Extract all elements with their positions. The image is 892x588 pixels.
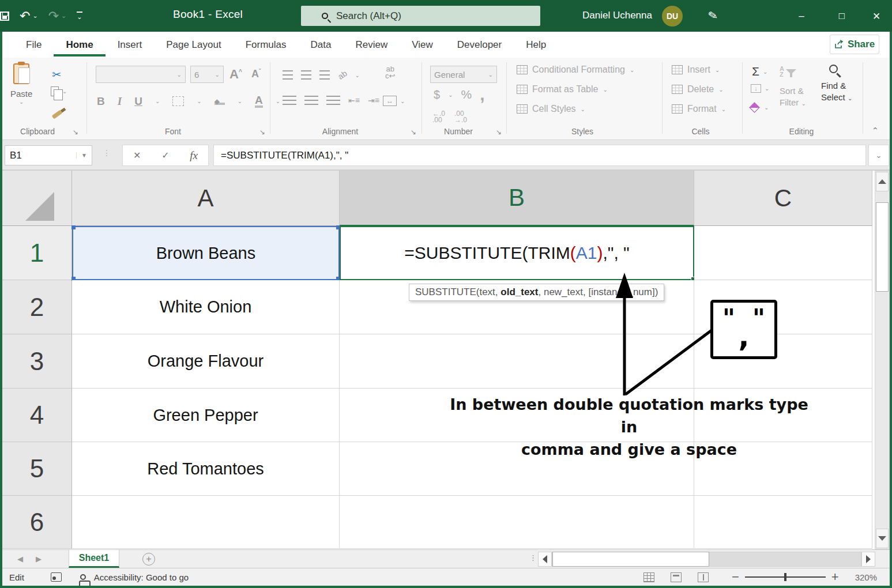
conditional-formatting-button[interactable]: Conditional Formatting ⌄ xyxy=(517,65,634,75)
previous-sheet-icon[interactable]: ◀ xyxy=(17,555,23,563)
format-cells-button[interactable]: Format ⌄ xyxy=(672,104,726,114)
cut-icon[interactable]: ✂ xyxy=(52,68,61,81)
cell-styles-button[interactable]: Cell Styles ⌄ xyxy=(517,104,585,114)
splitter-dots-icon[interactable]: ⋮ xyxy=(529,553,537,562)
align-top-icon[interactable] xyxy=(283,70,293,80)
font-dialog-launcher-icon[interactable]: ↘ xyxy=(259,128,265,136)
maximize-button[interactable]: □ xyxy=(829,10,855,22)
formula-input[interactable]: =SUBSTITUTE(TRIM(A1),", " xyxy=(213,145,866,166)
close-button[interactable]: ✕ xyxy=(864,10,889,22)
tab-developer[interactable]: Developer xyxy=(445,33,514,56)
comma-style-icon[interactable]: , xyxy=(480,92,484,97)
align-middle-icon[interactable] xyxy=(301,70,311,80)
redo-button[interactable]: ↷⌄ xyxy=(48,10,67,22)
search-box[interactable]: Search (Alt+Q) xyxy=(301,6,540,26)
underline-button[interactable]: U xyxy=(134,95,142,108)
italic-button[interactable]: I xyxy=(118,95,122,108)
row-header-2[interactable]: 2 xyxy=(2,280,72,334)
cell-b1-editing[interactable]: =SUBSTITUTE(TRIM(A1),", " xyxy=(340,226,694,280)
align-right-icon[interactable] xyxy=(326,96,340,105)
delete-cells-button[interactable]: Delete ⌄ xyxy=(672,84,724,95)
user-name[interactable]: Daniel Uchenna xyxy=(582,10,652,21)
row-header-3[interactable]: 3 xyxy=(2,334,72,389)
customize-quick-access-icon[interactable]: ⌄ xyxy=(77,12,82,21)
alignment-dialog-launcher-icon[interactable]: ↘ xyxy=(411,128,416,136)
vertical-scrollbar[interactable] xyxy=(875,171,890,549)
align-bottom-icon[interactable] xyxy=(319,70,330,80)
collapse-ribbon-icon[interactable]: ⌃ xyxy=(872,126,879,135)
clipboard-dialog-launcher-icon[interactable]: ↘ xyxy=(73,128,78,136)
tab-review[interactable]: Review xyxy=(343,33,400,56)
orientation-icon[interactable]: ab xyxy=(336,69,349,81)
cell-a6[interactable] xyxy=(72,496,340,549)
insert-function-icon[interactable]: fx xyxy=(190,149,198,162)
drag-dots-icon[interactable]: ⋮ xyxy=(103,148,111,157)
column-header-a[interactable]: A xyxy=(72,171,340,226)
scroll-down-button[interactable] xyxy=(876,529,889,548)
undo-button[interactable]: ↶⌄ xyxy=(20,10,38,22)
accessibility-status[interactable]: Accessibility: Good to go xyxy=(94,572,189,582)
grow-font-button[interactable]: A^ xyxy=(229,67,242,82)
vertical-scrollbar-thumb[interactable] xyxy=(876,202,889,292)
new-sheet-button[interactable]: + xyxy=(142,553,155,566)
tab-page-layout[interactable]: Page Layout xyxy=(154,33,233,56)
cell-c1[interactable] xyxy=(694,226,872,280)
zoom-slider-handle[interactable] xyxy=(784,573,786,581)
column-header-c[interactable]: C xyxy=(694,171,872,226)
bold-button[interactable]: B xyxy=(97,95,105,108)
cell-a2[interactable]: White Onion xyxy=(72,280,340,334)
cell-a5[interactable]: Red Tomantoes xyxy=(72,442,340,496)
column-header-b[interactable]: B xyxy=(340,171,694,226)
sort-filter-button[interactable]: AZ Sort &Filter ⌄ xyxy=(780,66,806,109)
decrease-decimal-icon[interactable]: .00→.0 xyxy=(454,111,467,123)
sheet-tab-sheet1[interactable]: Sheet1 xyxy=(69,550,119,568)
horizontal-scrollbar-thumb[interactable] xyxy=(552,552,709,567)
scroll-left-button[interactable] xyxy=(538,552,552,567)
normal-view-icon[interactable] xyxy=(643,572,654,582)
cell-b6[interactable] xyxy=(340,496,694,549)
cancel-icon[interactable]: ✕ xyxy=(133,150,141,161)
minimize-button[interactable]: – xyxy=(789,10,814,22)
cell-a3[interactable]: Orange Flavour xyxy=(72,334,340,389)
merge-center-button[interactable]: ↔ ⌄ xyxy=(383,96,405,106)
paste-button[interactable]: Paste ⌄ xyxy=(10,63,32,105)
row-header-4[interactable]: 4 xyxy=(2,389,72,442)
fill-button[interactable]: ↓ ⌄ xyxy=(751,84,769,93)
number-format-select[interactable]: General⌄ xyxy=(430,66,497,83)
align-center-icon[interactable] xyxy=(304,96,318,105)
zoom-level[interactable]: 320% xyxy=(855,572,877,582)
tab-file[interactable]: File xyxy=(14,33,54,56)
tab-data[interactable]: Data xyxy=(299,33,344,56)
align-left-icon[interactable] xyxy=(283,96,296,105)
currency-icon[interactable]: $ xyxy=(434,88,440,101)
tab-home[interactable]: Home xyxy=(54,33,105,56)
macro-record-icon[interactable] xyxy=(51,572,62,582)
mode-indicator[interactable]: Edit xyxy=(9,572,24,582)
format-as-table-button[interactable]: Format as Table ⌄ xyxy=(517,84,608,95)
cell-c6[interactable] xyxy=(694,496,872,549)
tab-view[interactable]: View xyxy=(400,33,445,56)
select-all-corner[interactable] xyxy=(2,171,72,226)
font-size-select[interactable]: 6⌄ xyxy=(190,66,224,83)
save-icon[interactable] xyxy=(0,12,9,21)
zoom-in-icon[interactable]: + xyxy=(831,570,839,585)
increase-indent-icon[interactable]: ⇥≡ xyxy=(368,96,379,105)
tab-help[interactable]: Help xyxy=(514,33,558,56)
zoom-slider[interactable] xyxy=(745,576,826,578)
row-header-5[interactable]: 5 xyxy=(2,442,72,496)
shrink-font-button[interactable]: Aˇ xyxy=(251,68,261,80)
enter-icon[interactable]: ✓ xyxy=(161,150,169,161)
insert-cells-button[interactable]: Insert ⌄ xyxy=(672,65,720,75)
tab-insert[interactable]: Insert xyxy=(106,33,155,56)
page-break-view-icon[interactable] xyxy=(698,572,709,582)
find-select-button[interactable]: Find &Select ⌄ xyxy=(821,65,852,104)
row-header-1[interactable]: 1 xyxy=(2,226,72,280)
cell-a4[interactable]: Green Pepper xyxy=(72,389,340,442)
clear-button[interactable]: ⌄ xyxy=(751,104,769,111)
copy-button[interactable]: ⌄ xyxy=(51,86,67,96)
increase-decimal-icon[interactable]: ←.0.00 xyxy=(432,111,445,123)
font-name-select[interactable]: ⌄ xyxy=(96,66,186,83)
format-painter-icon[interactable] xyxy=(52,110,63,119)
cell-b3[interactable] xyxy=(340,334,694,389)
tab-formulas[interactable]: Formulas xyxy=(234,33,299,56)
